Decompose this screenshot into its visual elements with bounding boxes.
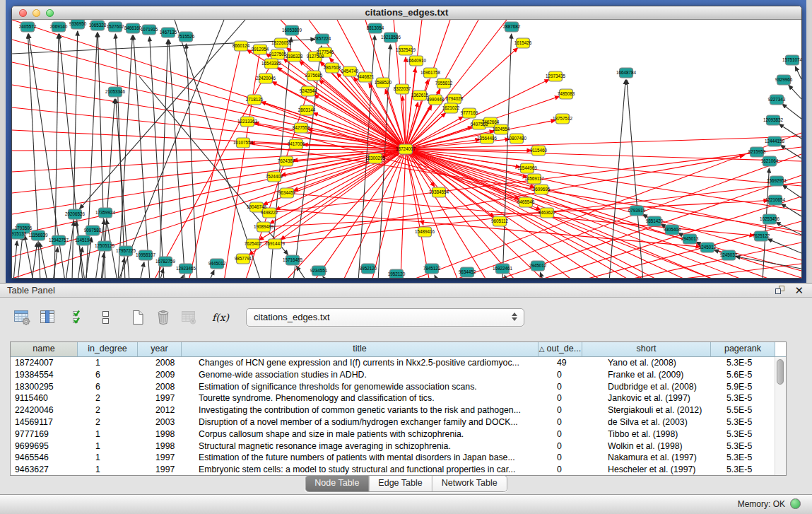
table-cell[interactable]: 9777169 [11,428,78,440]
table-row[interactable]: 1938455462009Genome-wide association stu… [11,369,786,381]
table-cell[interactable]: 2009 [138,369,182,381]
graph-edge[interactable] [323,276,326,279]
graph-edge[interactable] [140,262,144,279]
float-panel-icon[interactable] [775,285,786,296]
column-header-name[interactable]: name [11,342,78,356]
graph-edge[interactable] [406,103,418,149]
graph-edge[interactable] [795,66,801,79]
table-cell[interactable]: Nakamura et al. (1997) [582,452,711,464]
table-cell[interactable]: 1998 [138,440,182,452]
table-cell[interactable]: 1 [78,440,138,452]
table-cell[interactable]: 5.3E-5 [711,428,775,440]
table-row[interactable]: 1830029562008Estimation of significance … [11,381,786,393]
table-row[interactable]: 1872400712008Changes of HCN gene express… [11,357,786,369]
graph-edge[interactable] [502,34,512,279]
table-cell[interactable]: 2 [78,392,138,404]
table-cell[interactable]: Jankovic et al. (1997) [582,392,711,404]
network-canvas[interactable]: 1872400786601248912954182260589127505165… [12,20,801,279]
graph-edge[interactable] [209,270,214,279]
table-cell[interactable]: 5.5E-5 [711,404,775,416]
graph-edge[interactable] [406,149,801,278]
table-cell[interactable]: 6 [78,369,138,381]
graph-edge[interactable] [406,136,801,149]
table-cell[interactable]: 1997 [138,452,182,464]
column-header-title[interactable]: title [182,342,539,356]
column-header-out_de[interactable]: △out_de... [539,342,582,356]
table-cell[interactable]: 0 [539,404,582,416]
table-row[interactable]: 977716911998Corpus callosum shape and si… [11,428,786,440]
table-cell[interactable]: 5.3E-5 [711,357,775,369]
table-cell[interactable]: Estimation of the future numbers of pati… [182,452,539,464]
table-cell[interactable]: Corpus callosum shape and size in male p… [182,428,539,440]
graph-edge[interactable] [319,80,406,149]
table-cell[interactable]: 14569117 [11,416,78,428]
table-cell[interactable]: Changes of HCN gene expression and I(f) … [182,357,539,369]
table-cell[interactable]: 9463627 [11,464,78,476]
citation-network-graph[interactable]: 1872400786601248912954182260589127505165… [12,20,801,279]
graph-edge[interactable] [13,241,17,279]
tab-network-table[interactable]: Network Table [432,476,507,491]
table-cell[interactable]: 2008 [138,357,182,369]
table-cell[interactable]: 1 [78,464,138,476]
table-cell[interactable]: 0 [539,428,582,440]
table-cell[interactable]: de Silva et al. (2003) [582,416,711,428]
table-cell[interactable]: 2 [78,416,138,428]
table-cell[interactable]: Wolkin et al. (1998) [582,440,711,452]
table-cell[interactable]: 5.3E-5 [711,392,775,404]
table-cell[interactable]: 0 [539,369,582,381]
column-header-year[interactable]: year [138,342,182,356]
table-cell[interactable]: 1 [78,428,138,440]
table-cell[interactable]: 2008 [138,381,182,393]
table-cell[interactable]: 5.3E-5 [711,416,775,428]
graph-edge[interactable] [779,124,801,139]
graph-edge[interactable] [297,266,307,279]
table-cell[interactable]: 2 [78,404,138,416]
column-header-in_degree[interactable]: in_degree [78,342,138,356]
table-cell[interactable]: 0 [539,452,582,464]
graph-edge[interactable] [18,235,23,279]
graph-edge[interactable] [118,20,224,279]
graph-edge[interactable] [782,104,801,119]
table-cell[interactable]: Disruption of a novel member of a sodium… [182,416,539,428]
graph-edge[interactable] [181,275,183,279]
graph-edge[interactable] [406,20,507,149]
table-cell[interactable]: 1 [78,452,138,464]
table-cell[interactable]: 18724007 [11,357,78,369]
graph-edge[interactable] [767,239,801,253]
table-cell[interactable]: 5.6E-5 [711,369,775,381]
table-cell[interactable]: 9115460 [11,392,78,404]
close-window-icon[interactable] [19,9,27,17]
table-selector-dropdown[interactable]: citations_edges.txt [246,308,524,327]
table-row[interactable]: 946554611997Estimation of the future num… [11,452,786,464]
graph-edge[interactable] [134,35,150,279]
graph-edge[interactable] [169,40,185,279]
table-cell[interactable]: Embryonic stem cells: a model to study s… [182,464,539,476]
table-cell[interactable]: 1997 [138,464,182,476]
table-cell[interactable]: 5.3E-5 [711,464,775,476]
row-selection-button[interactable] [95,307,116,328]
create-column-button[interactable] [127,307,148,328]
delete-table-button[interactable] [178,307,199,328]
table-row[interactable]: 2242004622012Investigating the contribut… [11,404,786,416]
table-cell[interactable]: Franke et al. (2009) [582,369,711,381]
graph-edge[interactable] [406,68,416,149]
table-cell[interactable]: 5.3E-5 [711,440,775,452]
table-cell[interactable]: 22420046 [11,404,78,416]
column-visibility-button[interactable] [37,307,58,328]
graph-edge[interactable] [102,99,114,279]
table-cell[interactable]: 1 [78,357,138,369]
table-cell[interactable]: Stergiakouli et al. (2012) [582,404,711,416]
delete-column-button[interactable] [153,307,174,328]
table-cell[interactable]: 19384554 [11,369,78,381]
graph-edge[interactable] [12,149,406,151]
graph-edge[interactable] [150,37,164,279]
table-row[interactable]: 969969511998Structural magnetic resonanc… [11,440,786,452]
table-row[interactable]: 946362711997Embryonic stem cells: a mode… [11,464,786,476]
network-view-frame[interactable]: citations_edges.txt 18724007866012489129… [11,6,802,279]
graph-edge[interactable] [243,143,801,232]
zoom-window-icon[interactable] [46,9,54,17]
graph-edge[interactable] [789,85,801,99]
table-cell[interactable]: 0 [539,440,582,452]
table-cell[interactable]: 9699695 [11,440,78,452]
table-cell[interactable]: Tibbo et al. (1998) [582,428,711,440]
